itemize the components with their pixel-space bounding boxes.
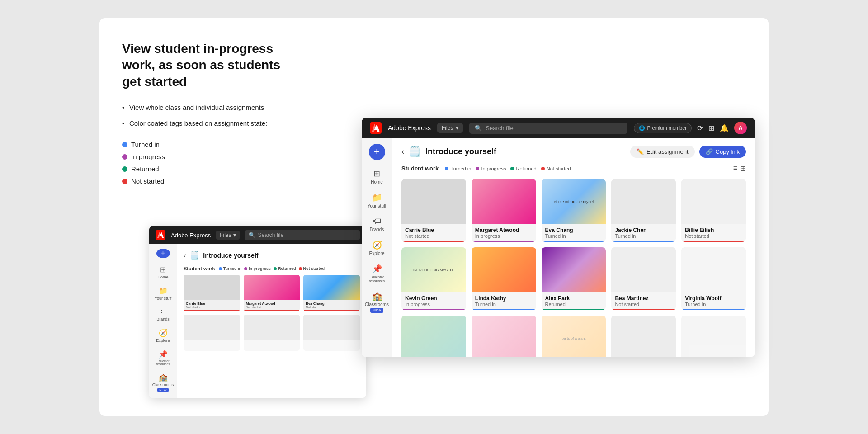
tag-label-returned: Returned — [131, 165, 159, 173]
student-name: Bea Martinez — [615, 295, 672, 302]
assignment-title: Introduce yourself — [425, 147, 496, 156]
sidebar-item-home[interactable]: ⊞ Home — [363, 165, 391, 188]
dot-turned-in — [445, 167, 448, 170]
mini-sidebar-item-classrooms[interactable]: 🏫 Classrooms NEW — [151, 370, 175, 395]
status-bar — [681, 309, 746, 310]
student-grid-row3: parts of a plant — [401, 316, 746, 357]
bell-icon[interactable]: 🔔 — [720, 124, 729, 132]
dot-in-progress — [476, 167, 479, 170]
table-row[interactable] — [681, 316, 746, 357]
card-thumb-partial-4 — [611, 316, 676, 357]
list-item[interactable]: Carrie Blue Not started — [184, 275, 240, 311]
mini-back-button[interactable]: ‹ — [184, 251, 186, 259]
mini-sidebar-item-home[interactable]: ⊞ Home — [151, 263, 175, 282]
dot-returned — [510, 167, 514, 170]
status-bar — [401, 241, 466, 242]
list-item[interactable] — [244, 315, 300, 351]
mini-card-thumb-partial — [184, 315, 240, 340]
card-thumb-virginia-woolf — [681, 247, 746, 292]
sidebar-item-yourstuff[interactable]: 📁 Your stuff — [363, 189, 391, 212]
table-row[interactable]: Jackie Chen Turned in — [611, 179, 676, 242]
student-name: Kevin Green — [405, 295, 462, 302]
mini-search[interactable]: 🔍 Search file — [245, 230, 360, 240]
grid-icon[interactable]: ⊞ — [708, 124, 714, 132]
list-view-icon[interactable]: ≡ — [733, 164, 737, 173]
create-button[interactable]: + — [369, 144, 385, 160]
status-bar — [542, 241, 606, 242]
table-row[interactable]: Carrie Blue Not started — [401, 179, 466, 242]
student-name: Jackie Chen — [615, 227, 672, 233]
sidebar-item-brands[interactable]: 🏷 Brands — [363, 213, 391, 235]
sidebar-item-educator[interactable]: 📌 Educator resources — [363, 261, 391, 286]
home-icon: ⊞ — [373, 169, 380, 179]
mini-student-grid-2 — [184, 315, 360, 351]
mini-sidebar-item-brands[interactable]: 🏷 Brands — [151, 305, 175, 324]
adobe-logo-mini — [156, 230, 165, 240]
mini-sidebar-item-explore[interactable]: 🧭 Explore — [151, 326, 175, 345]
dot-not-started — [122, 179, 127, 184]
student-status: Not started — [405, 233, 462, 239]
card-thumb-eva-chang: Let me introduce myself. — [542, 179, 606, 224]
list-item[interactable]: Eva Chang Not started — [303, 275, 360, 311]
table-row[interactable] — [401, 316, 466, 357]
page-title: View student in-progress work, as soon a… — [122, 41, 285, 90]
mini-card-bar-margaret — [244, 310, 300, 311]
mini-body: + ⊞ Home 📁 Your stuff 🏷 Brands 🧭 — [149, 244, 366, 398]
status-in-progress: In progress — [481, 166, 506, 171]
list-item[interactable] — [184, 315, 240, 351]
student-work-header: Student work Turned in In progress — [401, 164, 746, 173]
back-button[interactable]: ‹ — [401, 147, 404, 156]
educator-icon: 📌 — [159, 350, 168, 359]
main-search[interactable]: 🔍 Search file — [469, 123, 627, 134]
mini-sidebar-item-educator[interactable]: 📌 Educator resources — [151, 347, 175, 368]
table-row[interactable]: Alex Park Returned — [542, 247, 606, 310]
list-item[interactable] — [303, 315, 360, 351]
mini-sidebar-label-classrooms: Classrooms — [152, 382, 174, 387]
grid-view-icon[interactable]: ⊞ — [740, 164, 746, 173]
student-work-section: Student work Turned in In progress — [401, 164, 746, 357]
student-status: Not started — [615, 302, 672, 307]
table-row[interactable]: Billie Eilish Not started — [681, 179, 746, 242]
color-tags: Turned in In progress Returned Not start… — [122, 141, 285, 185]
student-name: Eva Chang — [545, 227, 603, 233]
mini-dot-not-started — [299, 267, 302, 270]
student-name: Virginia Woolf — [685, 295, 742, 302]
student-status: In progress — [405, 302, 462, 307]
student-status: Turned in — [475, 302, 533, 307]
table-row[interactable]: Margaret Atwood In progress — [472, 179, 536, 242]
card-thumb-margaret-atwood — [472, 179, 536, 224]
copy-link-button[interactable]: 🔗 Copy link — [699, 146, 746, 158]
brands-icon: 🏷 — [373, 217, 381, 226]
table-row[interactable]: Let me introduce myself. Eva Chang Turne… — [542, 179, 606, 242]
edit-assignment-button[interactable]: ✏️ Edit assignment — [630, 146, 695, 158]
link-icon: 🔗 — [706, 148, 713, 155]
table-row[interactable]: INTRODUCING MYSELF Kevin Green In progre… — [401, 247, 466, 310]
search-icon: 🔍 — [475, 125, 482, 132]
table-row[interactable] — [611, 316, 676, 357]
mini-adobe-express-window: Adobe Express Files ▾ 🔍 Search file + ⊞ … — [149, 226, 366, 398]
bullet-item-2: Color coated tags based on assignment st… — [122, 118, 285, 128]
share-icon[interactable]: ⟳ — [697, 124, 703, 132]
table-row[interactable]: Linda Kathy Turned in — [472, 247, 536, 310]
mini-status-legend: Turned in In progress Returned — [219, 266, 325, 271]
table-row[interactable]: Bea Martinez Not started — [611, 247, 676, 310]
student-status: Not started — [685, 233, 742, 239]
mini-sidebar-item-yourstuff[interactable]: 📁 Your stuff — [151, 284, 175, 303]
mini-create-button[interactable]: + — [156, 249, 170, 258]
avatar[interactable]: A — [734, 122, 747, 134]
card-thumb-carrie-blue — [401, 179, 466, 224]
mini-new-badge: NEW — [157, 388, 168, 392]
status-bar — [472, 241, 536, 242]
table-row[interactable] — [472, 316, 536, 357]
main-sidebar: + ⊞ Home 📁 Your stuff 🏷 Brands 🧭 Explore — [362, 138, 392, 357]
table-row[interactable]: parts of a plant — [542, 316, 606, 357]
table-row[interactable]: Virginia Woolf Turned in — [681, 247, 746, 310]
tag-label-in-progress: In progress — [131, 153, 165, 160]
card-thumb-partial-5 — [681, 316, 746, 357]
mini-sidebar-label-brands: Brands — [156, 317, 170, 321]
sidebar-item-classrooms[interactable]: 🏫 Classrooms NEW — [363, 288, 391, 316]
sidebar-item-explore[interactable]: 🧭 Explore — [363, 237, 391, 259]
main-files-dropdown[interactable]: Files ▾ — [437, 123, 463, 133]
mini-files-dropdown[interactable]: Files ▾ — [216, 231, 239, 240]
list-item[interactable]: Margaret Atwood Not started — [244, 275, 300, 311]
